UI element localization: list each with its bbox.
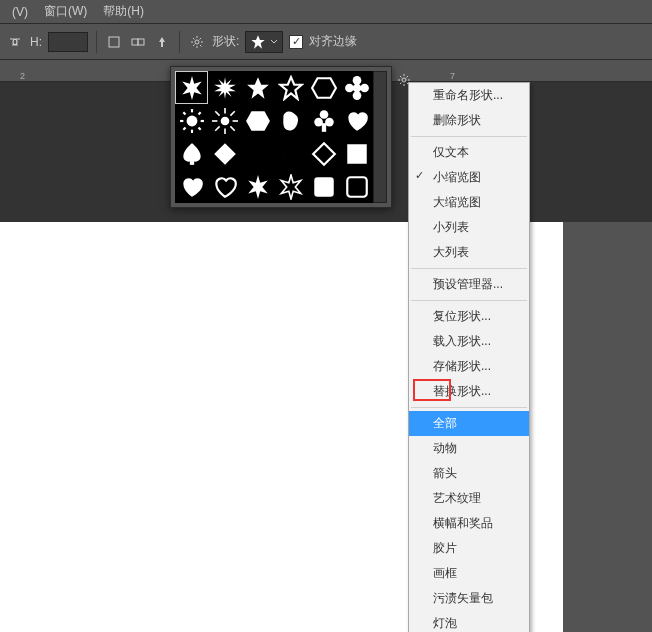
shapes-flyout-menu: 重命名形状... 删除形状 仅文本 ✓小缩览图 大缩览图 小列表 大列表 预设管… <box>408 82 530 632</box>
shape-star8-outline[interactable] <box>274 170 307 203</box>
shape-sun[interactable] <box>175 104 208 137</box>
menu-all[interactable]: 全部 <box>409 411 529 436</box>
shape-sun2[interactable] <box>208 104 241 137</box>
shape-star8[interactable] <box>175 71 208 104</box>
shape-star5-outline[interactable] <box>274 71 307 104</box>
shape-hexagon-fill[interactable] <box>241 104 274 137</box>
svg-rect-2 <box>138 39 144 45</box>
link-icon[interactable] <box>6 33 24 51</box>
menu-art-textures[interactable]: 艺术纹理 <box>409 486 529 511</box>
svg-line-29 <box>215 111 219 115</box>
shape-label: 形状: <box>212 33 239 50</box>
shape-burst[interactable] <box>208 71 241 104</box>
menu-frames[interactable]: 画框 <box>409 561 529 586</box>
menu-small-thumb[interactable]: ✓小缩览图 <box>409 165 529 190</box>
shape-square[interactable] <box>340 137 373 170</box>
shape-square2[interactable] <box>307 170 340 203</box>
shape-diamond[interactable] <box>208 137 241 170</box>
h-label: H: <box>30 35 42 49</box>
svg-point-24 <box>220 116 229 125</box>
svg-line-32 <box>215 126 219 130</box>
svg-line-30 <box>230 126 234 130</box>
menu-grime[interactable]: 污渍矢量包 <box>409 586 529 611</box>
align-edges-checkbox[interactable]: ✓ <box>289 35 303 49</box>
menu-preset-manager[interactable]: 预设管理器... <box>409 272 529 297</box>
shapes-picker-panel <box>170 66 392 208</box>
shape-heart2[interactable] <box>175 170 208 203</box>
align-icon-3[interactable] <box>153 33 171 51</box>
align-icon-1[interactable] <box>105 33 123 51</box>
svg-line-20 <box>183 112 185 114</box>
menu-load-shapes[interactable]: 载入形状... <box>409 329 529 354</box>
check-icon: ✓ <box>415 169 424 182</box>
align-edges-label: 对齐边缘 <box>309 33 357 50</box>
gear-small-icon[interactable] <box>188 33 206 51</box>
svg-marker-40 <box>313 143 335 165</box>
ruler-mark: 7 <box>450 71 455 81</box>
menu-text-only[interactable]: 仅文本 <box>409 140 529 165</box>
menu-delete-shape[interactable]: 删除形状 <box>409 108 529 133</box>
svg-marker-43 <box>281 175 301 199</box>
shape-heart[interactable] <box>340 104 373 137</box>
shape-picker[interactable] <box>245 31 283 53</box>
svg-point-11 <box>360 83 369 92</box>
menu-reset-shapes[interactable]: 复位形状... <box>409 304 529 329</box>
shapes-scrollbar[interactable] <box>373 71 387 203</box>
svg-marker-42 <box>248 175 268 199</box>
svg-rect-38 <box>189 158 193 165</box>
svg-line-21 <box>198 127 200 129</box>
shape-moon2[interactable] <box>274 137 307 170</box>
menu-replace-shapes[interactable]: 替换形状... <box>409 379 529 404</box>
svg-marker-33 <box>246 111 270 131</box>
menubar: (V) 窗口(W) 帮助(H) <box>0 0 652 24</box>
svg-marker-7 <box>247 77 269 99</box>
svg-rect-37 <box>321 123 325 132</box>
svg-line-31 <box>230 111 234 115</box>
svg-point-15 <box>186 115 197 126</box>
menu-large-list[interactable]: 大列表 <box>409 240 529 265</box>
options-toolbar: H: 形状: ✓ 对齐边缘 <box>0 24 652 60</box>
menu-rename-shape[interactable]: 重命名形状... <box>409 83 529 108</box>
shape-diamond-outline[interactable] <box>307 137 340 170</box>
shape-spade[interactable] <box>175 137 208 170</box>
menu-help[interactable]: 帮助(H) <box>95 0 152 23</box>
menu-window[interactable]: 窗口(W) <box>36 0 95 23</box>
align-icon-2[interactable] <box>129 33 147 51</box>
ruler-mark: 2 <box>20 71 25 81</box>
svg-marker-39 <box>214 143 236 165</box>
shape-square-outline[interactable] <box>340 170 373 203</box>
svg-point-36 <box>325 117 334 126</box>
svg-marker-6 <box>214 77 236 99</box>
shape-hexagon[interactable] <box>307 71 340 104</box>
menu-view[interactable]: (V) <box>4 2 36 22</box>
svg-point-34 <box>319 110 328 119</box>
shape-blob[interactable] <box>274 104 307 137</box>
menu-sep <box>411 136 527 137</box>
shape-heart-outline[interactable] <box>208 170 241 203</box>
shape-club[interactable] <box>307 104 340 137</box>
shape-flower[interactable] <box>340 71 373 104</box>
svg-line-23 <box>183 127 185 129</box>
svg-marker-8 <box>280 77 302 99</box>
menu-bulbs[interactable]: 灯泡 <box>409 611 529 632</box>
h-input[interactable] <box>48 32 88 52</box>
menu-animals[interactable]: 动物 <box>409 436 529 461</box>
shape-star8b[interactable] <box>241 170 274 203</box>
shape-moon[interactable] <box>241 137 274 170</box>
menu-sep <box>411 300 527 301</box>
menu-arrows[interactable]: 箭头 <box>409 461 529 486</box>
menu-small-list[interactable]: 小列表 <box>409 215 529 240</box>
shapes-grid <box>175 71 373 203</box>
shape-star5[interactable] <box>241 71 274 104</box>
svg-point-12 <box>352 91 361 100</box>
menu-banners[interactable]: 横幅和奖品 <box>409 511 529 536</box>
svg-point-14 <box>352 83 361 92</box>
menu-film[interactable]: 胶片 <box>409 536 529 561</box>
svg-line-22 <box>198 112 200 114</box>
menu-small-thumb-label: 小缩览图 <box>433 170 481 184</box>
menu-save-shapes[interactable]: 存储形状... <box>409 354 529 379</box>
svg-rect-44 <box>314 177 334 197</box>
svg-rect-0 <box>109 37 119 47</box>
menu-large-thumb[interactable]: 大缩览图 <box>409 190 529 215</box>
svg-point-35 <box>314 117 323 126</box>
